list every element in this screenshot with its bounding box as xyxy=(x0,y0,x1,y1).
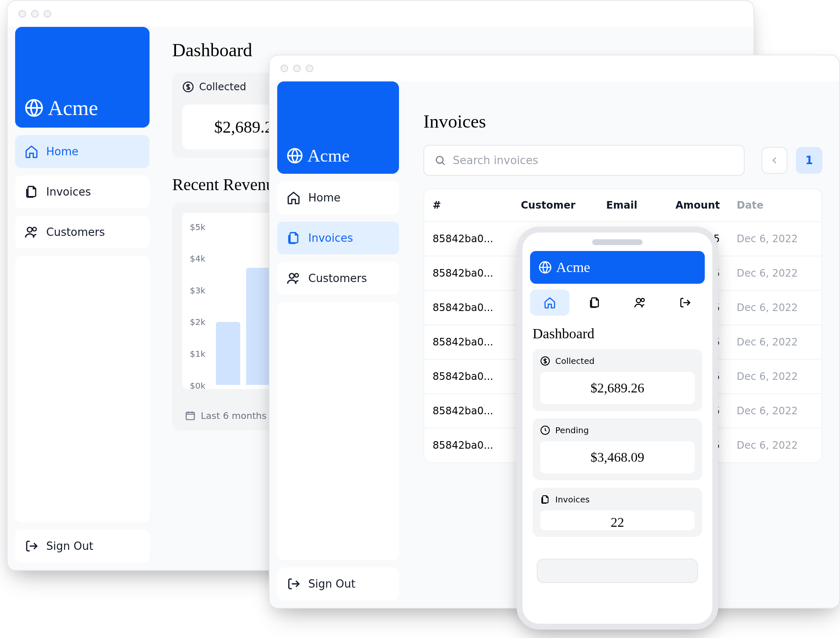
svg-point-10 xyxy=(636,298,640,303)
th-date: Date xyxy=(728,189,822,222)
brand-logo[interactable]: Acme xyxy=(15,27,150,128)
mobile-nav-invoices[interactable] xyxy=(575,290,615,316)
sidebar-item-home[interactable]: Home xyxy=(277,181,399,214)
search-placeholder: Search invoices xyxy=(453,154,538,167)
sidebar-item-customers[interactable]: Customers xyxy=(277,262,399,295)
home-icon xyxy=(286,191,301,205)
arrow-left-icon xyxy=(769,155,780,166)
calendar-icon xyxy=(185,410,196,421)
home-indicator[interactable] xyxy=(537,559,698,583)
sidebar-item-invoices[interactable]: Invoices xyxy=(15,175,150,208)
th-id: # xyxy=(424,189,512,222)
sign-out-label: Sign Out xyxy=(46,540,93,552)
mobile-nav-signout[interactable] xyxy=(666,290,705,316)
th-amount: Amount xyxy=(655,189,728,222)
cell-date: Dec 6, 2022 xyxy=(728,290,822,325)
svg-point-11 xyxy=(641,298,644,302)
sidebar-item-label: Customers xyxy=(46,226,105,238)
mobile-nav-customers[interactable] xyxy=(620,290,660,316)
brand-name: Acme xyxy=(307,147,349,165)
sidebar-spacer xyxy=(277,302,399,560)
search-icon xyxy=(434,154,446,166)
brand-name: Acme xyxy=(48,97,98,118)
traffic-min-icon[interactable] xyxy=(293,65,301,72)
svg-point-7 xyxy=(295,274,299,277)
mobile-collected-card: Collected $2,689.26 xyxy=(533,349,702,411)
mobile-pending-card: Pending $3,468.09 xyxy=(533,418,702,480)
home-icon xyxy=(543,296,556,309)
sidebar-item-customers[interactable]: Customers xyxy=(15,216,150,248)
users-icon xyxy=(24,225,39,239)
users-icon xyxy=(286,271,301,285)
sidebar: Acme Home Invoices Customers Sign Out xyxy=(270,81,407,608)
svg-point-6 xyxy=(289,274,294,278)
card-value: $3,468.09 xyxy=(540,441,695,473)
ytick: $1k xyxy=(190,349,205,359)
sign-out-button[interactable]: Sign Out xyxy=(15,530,150,562)
logout-icon xyxy=(24,539,39,553)
phone-notch xyxy=(592,239,643,245)
window-controls xyxy=(8,1,753,27)
ytick: $2k xyxy=(190,317,205,327)
cell-date: Dec 6, 2022 xyxy=(728,222,822,256)
cell-date: Dec 6, 2022 xyxy=(728,359,822,394)
svg-rect-4 xyxy=(186,412,194,419)
traffic-min-icon[interactable] xyxy=(31,10,39,18)
sidebar-item-invoices[interactable]: Invoices xyxy=(277,222,399,254)
cell-id: 85842ba0... xyxy=(424,290,512,325)
brand-logo[interactable]: Acme xyxy=(530,251,705,284)
sidebar-spacer xyxy=(15,256,150,522)
ytick: $0k xyxy=(190,381,205,389)
card-label: Pending xyxy=(555,425,589,435)
pager-page-button[interactable]: 1 xyxy=(796,147,822,174)
mobile-nav-home[interactable] xyxy=(530,290,570,316)
chart-bar xyxy=(246,268,270,385)
chart-footer-label: Last 6 months xyxy=(201,411,267,421)
search-input[interactable]: Search invoices xyxy=(423,145,745,176)
ytick: $4k xyxy=(190,254,205,264)
documents-icon xyxy=(540,494,550,505)
users-icon xyxy=(634,296,646,309)
svg-point-8 xyxy=(436,157,443,163)
traffic-close-icon[interactable] xyxy=(18,10,26,18)
page-title: Invoices xyxy=(423,111,822,132)
brand-name: Acme xyxy=(556,260,590,275)
sign-out-button[interactable]: Sign Out xyxy=(277,567,399,600)
page-title: Dashboard xyxy=(533,326,702,342)
cell-id: 85842ba0... xyxy=(424,256,512,290)
cell-date: Dec 6, 2022 xyxy=(728,256,822,290)
card-label: Invoices xyxy=(555,494,590,505)
traffic-max-icon[interactable] xyxy=(306,65,313,72)
cell-id: 85842ba0... xyxy=(424,428,512,462)
svg-point-2 xyxy=(33,227,37,231)
pager-prev-button[interactable] xyxy=(761,147,788,174)
mobile-frame: Acme Dashboard Collected $2,689.26 xyxy=(517,227,718,630)
sidebar-item-label: Home xyxy=(308,191,341,204)
dollar-circle-icon xyxy=(540,356,550,366)
pager-page-number: 1 xyxy=(806,154,813,167)
window-controls xyxy=(270,55,839,81)
sign-out-label: Sign Out xyxy=(308,578,355,590)
card-label: Collected xyxy=(555,356,594,366)
globe-icon xyxy=(286,147,303,164)
mobile-invoices-card: Invoices 22 xyxy=(533,488,702,537)
card-value: 22 xyxy=(540,510,695,530)
mobile-nav xyxy=(530,290,705,316)
dollar-circle-icon xyxy=(182,81,194,93)
documents-icon xyxy=(588,296,601,309)
sidebar-item-home[interactable]: Home xyxy=(15,135,150,168)
th-email: Email xyxy=(598,189,655,222)
cell-date: Dec 6, 2022 xyxy=(728,325,822,359)
sidebar-item-label: Customers xyxy=(308,272,367,285)
th-customer: Customer xyxy=(512,189,598,222)
traffic-max-icon[interactable] xyxy=(44,10,51,18)
globe-icon xyxy=(24,98,44,118)
card-value: $2,689.26 xyxy=(540,372,695,404)
ytick: $5k xyxy=(190,222,205,232)
brand-logo[interactable]: Acme xyxy=(277,81,399,174)
ytick: $3k xyxy=(190,285,205,295)
clock-icon xyxy=(540,425,550,435)
traffic-close-icon[interactable] xyxy=(281,65,288,72)
cell-id: 85842ba0... xyxy=(424,222,512,256)
sidebar-item-label: Invoices xyxy=(308,232,353,244)
